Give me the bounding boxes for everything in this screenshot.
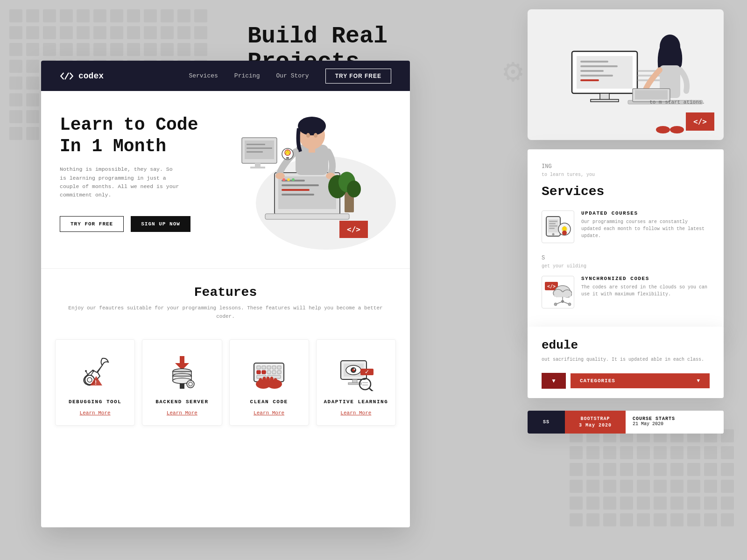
logo: codex <box>60 71 104 81</box>
svg-point-47 <box>347 181 361 197</box>
services-title: Services <box>542 184 710 199</box>
clean-code-title: CLEAN CODE <box>250 399 288 405</box>
course-name: BOOTSTRAP 3 May 2020 <box>565 411 626 434</box>
hero-try-free-button[interactable]: TRY FOR FREE <box>60 216 124 232</box>
nav-links: Services Pricing Our Story TRY FOR FREE <box>189 69 391 84</box>
hero-buttons: TRY FOR FREE SIGN UP NOW <box>60 216 200 232</box>
hero-section: Learn to Code In 1 Month Nothing is impo… <box>41 91 410 268</box>
svg-rect-51 <box>250 167 265 168</box>
updated-courses-info: UPDATED COURSES Our programming courses … <box>581 210 710 239</box>
svg-rect-53 <box>247 147 272 149</box>
svg-point-38 <box>275 173 285 179</box>
nav-link-services[interactable]: Services <box>189 72 218 79</box>
svg-text:✓: ✓ <box>365 368 369 376</box>
backend-learn-more[interactable]: Learn More <box>167 410 197 416</box>
svg-rect-82 <box>267 371 271 374</box>
logo-icon <box>60 71 74 81</box>
svg-point-131 <box>561 300 564 303</box>
page-root: { "page": { "background_color": "#c8c8c8… <box>0 0 747 560</box>
synchronized-codes-title: SYNCHRONIZED CODES <box>581 276 710 281</box>
synchronized-codes-desc: The codes are stored in the clouds so yo… <box>581 284 710 298</box>
service-item-updated-courses: UPDATED COURSES Our programming courses … <box>542 210 710 243</box>
nav-cta-button[interactable]: TRY FOR FREE <box>325 69 391 84</box>
features-description: Enjoy our feautres suitable for your pro… <box>60 304 391 321</box>
backend-title: BACKEND SERVER <box>155 399 208 405</box>
svg-point-42 <box>285 150 290 155</box>
feature-card-debugging: ! DEBUGGING TOOL Learn More <box>55 339 135 426</box>
svg-rect-3 <box>591 99 619 102</box>
clean-code-learn-more[interactable]: Learn More <box>254 410 284 416</box>
svg-point-92 <box>270 377 274 383</box>
svg-point-110 <box>552 233 555 236</box>
svg-rect-112 <box>549 223 556 224</box>
svg-point-73 <box>189 382 192 386</box>
schedule-controls: ▼ CATEGORIES ▼ <box>542 373 710 389</box>
clean-code-icon <box>248 351 290 393</box>
svg-rect-75 <box>257 366 261 369</box>
updated-courses-title: UPDATED COURSES <box>581 210 710 216</box>
top-hero-subtext: to m start ations. <box>649 98 705 107</box>
schedule-dropdown-button[interactable]: ▼ <box>542 373 566 389</box>
svg-rect-27 <box>282 189 310 191</box>
course-starts-label: COURSE STARTS <box>633 416 717 421</box>
services-panel: ING to learn tures, you Services <box>528 149 724 332</box>
hero-description: Nothing is impossible, they say. So is l… <box>60 165 181 200</box>
top-right-illustration-card: </> <box>528 9 724 140</box>
svg-point-91 <box>266 377 270 383</box>
schedule-categories-label: CATEGORIES <box>580 378 615 384</box>
adaptive-title: ADAPTIVE LEARNING <box>324 399 388 405</box>
debugging-icon: ! <box>74 351 116 393</box>
svg-rect-79 <box>277 366 281 369</box>
schedule-dropdown-arrow: ▼ <box>551 378 557 384</box>
schedule-description: out sacrificing quality. It is updated a… <box>542 356 710 364</box>
svg-point-93 <box>274 378 277 384</box>
svg-text:</>: </> <box>547 284 556 289</box>
debugging-learn-more[interactable]: Learn More <box>80 410 111 416</box>
schedule-course-row: SS BOOTSTRAP 3 May 2020 COURSE STARTS 21… <box>528 411 724 434</box>
hero-person-svg <box>237 100 368 222</box>
svg-rect-77 <box>267 366 271 369</box>
synchronized-codes-info: SYNCHRONIZED CODES The codes are stored … <box>581 276 710 298</box>
svg-point-29 <box>282 178 285 181</box>
services-partial-text1: ING <box>542 163 710 170</box>
svg-point-36 <box>314 133 317 138</box>
svg-rect-84 <box>277 371 281 374</box>
hero-code-badge: </> <box>339 221 368 238</box>
svg-rect-37 <box>309 147 315 153</box>
course-starts-info: COURSE STARTS 21 May 2020 <box>626 411 724 434</box>
nav-link-our-story[interactable]: Our Story <box>276 72 309 79</box>
svg-rect-78 <box>272 366 276 369</box>
updated-courses-icon <box>542 210 574 243</box>
svg-rect-26 <box>282 184 319 186</box>
navbar: codex Services Pricing Our Story TRY FOR… <box>41 61 410 91</box>
svg-point-130 <box>568 303 571 306</box>
course-starts-date: 21 May 2020 <box>633 421 717 427</box>
logo-text: codex <box>78 71 104 81</box>
svg-rect-80 <box>257 371 261 374</box>
gear-icon: ⚙ <box>503 51 523 91</box>
adaptive-learn-more[interactable]: Learn More <box>340 410 371 416</box>
svg-rect-24 <box>265 214 349 219</box>
nav-link-pricing[interactable]: Pricing <box>234 72 260 79</box>
svg-marker-63 <box>175 356 189 370</box>
svg-point-61 <box>85 370 87 372</box>
svg-rect-7 <box>580 75 613 77</box>
svg-rect-28 <box>282 194 314 196</box>
svg-point-99 <box>354 369 355 370</box>
svg-rect-113 <box>549 225 557 227</box>
top-right-code-badge: </> <box>686 112 714 131</box>
svg-point-34 <box>298 117 326 135</box>
schedule-title: edule <box>542 338 710 352</box>
svg-point-56 <box>87 378 92 382</box>
services-partial-desc2: get your uilding <box>542 264 710 269</box>
svg-rect-4 <box>580 61 608 63</box>
svg-point-129 <box>554 303 557 306</box>
feature-card-clean-code: CLEAN CODE Learn More <box>229 339 309 426</box>
hero-title: Learn to Code In 1 Month <box>60 114 200 157</box>
features-section: Features Enjoy our feautres suitable for… <box>41 268 410 330</box>
course-tag: SS <box>528 411 565 434</box>
backend-icon <box>161 351 203 393</box>
hero-signup-button[interactable]: SIGN UP NOW <box>131 216 190 232</box>
schedule-categories-button[interactable]: CATEGORIES ▼ <box>571 373 710 388</box>
svg-rect-6 <box>580 70 604 72</box>
